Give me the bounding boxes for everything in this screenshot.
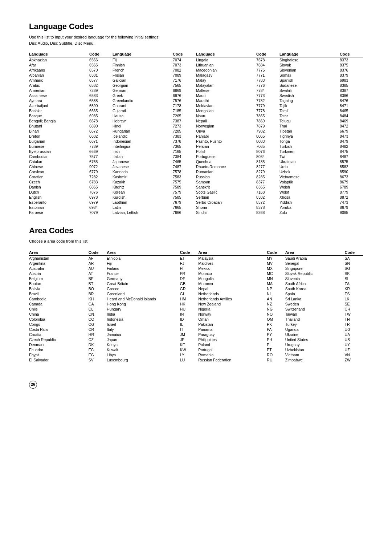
language-name: Uganda bbox=[285, 327, 345, 332]
language-name: Oman bbox=[198, 317, 267, 322]
language-name: Turkish bbox=[279, 144, 340, 149]
language-name: Tonga bbox=[279, 139, 340, 144]
language-code: 8065 bbox=[256, 134, 279, 139]
language-name: Portuguese bbox=[196, 154, 256, 159]
language-name: China bbox=[29, 312, 89, 317]
language-name: Norwegian bbox=[196, 123, 256, 129]
language-name: Morocco bbox=[198, 281, 267, 286]
language-code: 8285 bbox=[256, 174, 279, 179]
language-name: Taiwan bbox=[285, 312, 345, 317]
language-name: Malay bbox=[196, 78, 256, 83]
language-name: Fiji bbox=[107, 261, 180, 266]
language-name: Japanese bbox=[113, 159, 173, 164]
language-code: UA bbox=[345, 332, 363, 337]
language-name: Maldives bbox=[198, 261, 267, 266]
language-name: Philippines bbox=[198, 337, 267, 342]
language-code: RU bbox=[267, 357, 285, 362]
language-name: Mongolia bbox=[198, 276, 267, 281]
code-col4-header: Code bbox=[340, 51, 363, 57]
language-code: GL bbox=[180, 291, 198, 296]
language-code: AR bbox=[89, 261, 107, 266]
language-name: Slovak bbox=[279, 62, 340, 68]
language-name: Slovak Republic bbox=[285, 271, 345, 276]
language-code: 7879 bbox=[256, 123, 279, 129]
language-code: 8679 bbox=[340, 205, 363, 210]
area-col4-header: Area bbox=[285, 250, 345, 256]
acode-col1-header: Code bbox=[89, 250, 107, 256]
language-code: SA bbox=[345, 255, 363, 261]
language-code: 6669 bbox=[89, 149, 113, 154]
language-name: Spain bbox=[285, 291, 345, 296]
area-codes-section: Area Codes Choose a area code from this … bbox=[29, 226, 363, 362]
language-code: 6583 bbox=[89, 93, 113, 98]
language-code: 9072 bbox=[89, 164, 113, 169]
language-name: Nauru bbox=[196, 113, 256, 118]
table-row: Albanian8381Frisian7089Malagasy7771Somal… bbox=[29, 73, 363, 78]
language-code: 7065 bbox=[256, 144, 279, 149]
language-name: Kuwait bbox=[107, 347, 180, 352]
language-code: 6565 bbox=[89, 62, 113, 68]
language-name: Frisian bbox=[113, 73, 173, 78]
table-row: Basque6985Hausa7265Nauru7865Tatar8484 bbox=[29, 113, 363, 118]
language-code: 7378 bbox=[173, 139, 196, 144]
language-name: Norway bbox=[198, 312, 267, 317]
language-code: BO bbox=[89, 286, 107, 291]
language-code: 7185 bbox=[173, 108, 196, 113]
language-code: 7273 bbox=[173, 123, 196, 129]
language-name: Maori bbox=[196, 93, 256, 98]
language-name: Malayalam bbox=[196, 83, 256, 88]
table-row: English6978Kurdish7585Serbian8382Xhosa88… bbox=[29, 195, 363, 200]
language-name: Quechua bbox=[196, 159, 256, 164]
language-name: Netherlands Antilles bbox=[198, 296, 267, 301]
language-name: Sanskrit bbox=[196, 185, 256, 190]
language-code: 8779 bbox=[340, 190, 363, 195]
language-code: SN bbox=[345, 261, 363, 266]
language-name: South Korea bbox=[285, 286, 345, 291]
language-name: Uzbek bbox=[279, 169, 340, 174]
language-name: India bbox=[107, 312, 180, 317]
language-name: Lingala bbox=[196, 57, 256, 63]
language-code: 8487 bbox=[340, 154, 363, 159]
table-row: ChinaCNIndiaINNorwayNOTaiwanTW bbox=[29, 312, 363, 317]
language-name: Kurdish bbox=[113, 195, 173, 200]
language-code: 7285 bbox=[173, 129, 196, 134]
language-name: Albanian bbox=[29, 73, 89, 78]
language-name: Gujarati bbox=[113, 108, 173, 113]
table-row: Armenian7289German6869Maltese7784Swahili… bbox=[29, 88, 363, 93]
language-name: Hong Kong bbox=[107, 301, 180, 307]
language-code: 8379 bbox=[340, 73, 363, 78]
language-name: Icelandic bbox=[113, 134, 173, 139]
area-codes-table: Area Code Area Code Area Code Area Code … bbox=[29, 250, 363, 362]
language-name: Basque bbox=[29, 113, 89, 118]
table-row: ChileCLHungaryHUNigeriaNGSwitzerlandCH bbox=[29, 307, 363, 312]
language-code: FI bbox=[180, 266, 198, 271]
language-code: 7265 bbox=[173, 113, 196, 118]
table-row: Estonian6984Latin7665Shona8378Yoruba8679 bbox=[29, 205, 363, 210]
language-name: South Africa bbox=[285, 281, 345, 286]
language-name: Indonesian bbox=[113, 139, 173, 144]
table-row: CanadaCAHong KongHKNew ZealandNZSwedenSE bbox=[29, 301, 363, 307]
language-code: 8375 bbox=[340, 62, 363, 68]
language-code: 7282 bbox=[89, 174, 113, 179]
language-name: Guarani bbox=[113, 103, 173, 108]
language-name: Tajik bbox=[279, 103, 340, 108]
table-row: Esperanto6979Laothian7679Serbo-Croatian8… bbox=[29, 200, 363, 205]
language-code: 7073 bbox=[173, 62, 196, 68]
language-name: Sindhi bbox=[196, 210, 256, 215]
language-name: Yiddish bbox=[279, 200, 340, 205]
language-code: 7678 bbox=[256, 57, 279, 63]
language-code: SV bbox=[89, 357, 107, 362]
language-code: 7074 bbox=[173, 57, 196, 63]
language-code: CH bbox=[345, 307, 363, 312]
language-code: 6984 bbox=[89, 205, 113, 210]
language-code: 7089 bbox=[173, 73, 196, 78]
language-name: Ecuador bbox=[29, 347, 89, 352]
language-name: Poland bbox=[198, 342, 267, 347]
language-name: Fiji bbox=[113, 57, 173, 63]
language-code: 8386 bbox=[340, 93, 363, 98]
language-code: 7876 bbox=[89, 190, 113, 195]
table-row: AustraliaAUFinlandFIMexicoMXSingaporeSG bbox=[29, 266, 363, 271]
language-name: Zulu bbox=[279, 210, 340, 215]
language-name: Polish bbox=[196, 149, 256, 154]
language-name: Laothian bbox=[113, 200, 173, 205]
